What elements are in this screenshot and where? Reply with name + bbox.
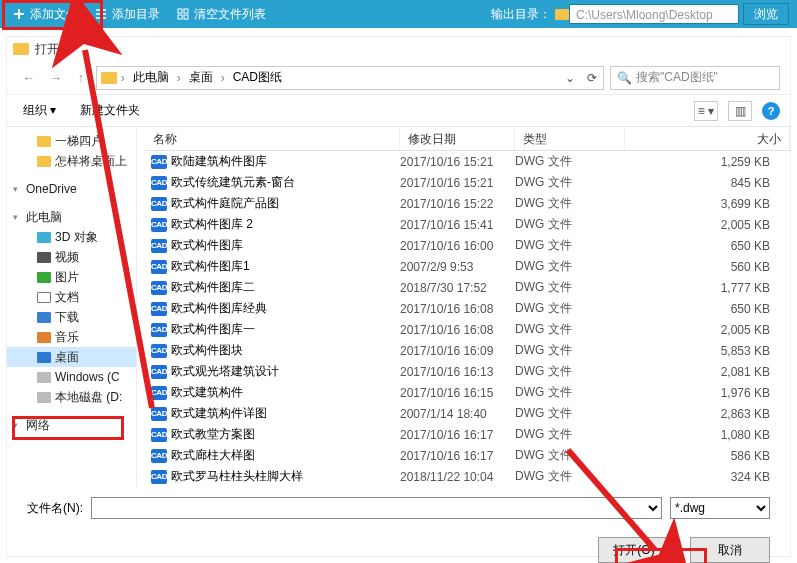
column-header-type[interactable]: 类型 bbox=[515, 127, 625, 150]
file-name: 欧式构件图块 bbox=[171, 342, 243, 359]
preview-pane-button[interactable]: ▥ bbox=[728, 101, 752, 121]
crumb-folder[interactable]: CAD图纸 bbox=[229, 69, 286, 86]
add-file-label: 添加文件 bbox=[30, 6, 78, 23]
file-type: DWG 文件 bbox=[515, 237, 625, 254]
file-row[interactable]: CAD欧式建筑构件详图2007/1/14 18:40DWG 文件2,863 KB bbox=[145, 403, 790, 424]
file-row[interactable]: CAD欧陆建筑构件图库2017/10/16 15:21DWG 文件1,259 K… bbox=[145, 151, 790, 172]
file-date: 2017/10/16 16:15 bbox=[400, 386, 515, 400]
file-name: 欧式建筑构件详图 bbox=[171, 405, 267, 422]
disk-icon bbox=[37, 392, 51, 403]
file-type: DWG 文件 bbox=[515, 300, 625, 317]
view-mode-button[interactable]: ≡ ▾ bbox=[694, 101, 718, 121]
organize-dropdown[interactable]: 组织 ▾ bbox=[17, 98, 62, 123]
crumb-this-pc[interactable]: 此电脑 bbox=[129, 69, 173, 86]
file-name: 欧式构件图库1 bbox=[171, 258, 250, 275]
file-row[interactable]: CAD欧式观光塔建筑设计2017/10/16 16:13DWG 文件2,081 … bbox=[145, 361, 790, 382]
file-type: DWG 文件 bbox=[515, 195, 625, 212]
file-row[interactable]: CAD欧式传统建筑元素-窗台2017/10/16 15:21DWG 文件845 … bbox=[145, 172, 790, 193]
file-name: 欧式建筑构件 bbox=[171, 384, 243, 401]
file-date: 2017/10/16 16:17 bbox=[400, 428, 515, 442]
file-date: 2017/10/16 15:22 bbox=[400, 197, 515, 211]
outdir-path-field[interactable]: C:\Users\Mloong\Desktop bbox=[569, 4, 739, 24]
file-name: 欧式教堂方案图 bbox=[171, 426, 255, 443]
sidebar-splitter[interactable] bbox=[137, 127, 145, 487]
file-row[interactable]: CAD欧式廊柱大样图2017/10/16 16:17DWG 文件586 KB bbox=[145, 445, 790, 466]
file-row[interactable]: CAD欧式构件庭院产品图2017/10/16 15:22DWG 文件3,699 … bbox=[145, 193, 790, 214]
file-size: 2,081 KB bbox=[625, 365, 790, 379]
sidebar-item-doc[interactable]: 文档 bbox=[7, 287, 136, 307]
sidebar-item-onedrive[interactable]: OneDrive bbox=[7, 179, 136, 199]
sidebar-item-blue3d[interactable]: 3D 对象 bbox=[7, 227, 136, 247]
file-row[interactable]: CAD欧式构件图库经典2017/10/16 16:08DWG 文件650 KB bbox=[145, 298, 790, 319]
sidebar-item-dl[interactable]: 下载 bbox=[7, 307, 136, 327]
search-icon: 🔍 bbox=[617, 71, 632, 85]
nav-back-button[interactable]: ← bbox=[17, 67, 41, 89]
nav-forward-button[interactable]: → bbox=[44, 67, 68, 89]
file-size: 2,005 KB bbox=[625, 323, 790, 337]
sidebar-tree: 一梯四户 怎样将桌面上 OneDrive 此电脑 3D 对象视频图片文档下载音乐… bbox=[7, 127, 137, 487]
column-header-date[interactable]: 修改日期 bbox=[400, 127, 515, 150]
cad-file-icon: CAD bbox=[151, 260, 167, 274]
dialog-title: 打开 bbox=[35, 41, 59, 58]
sidebar-item-disk[interactable]: Windows (C bbox=[7, 367, 136, 387]
file-date: 2017/10/16 16:08 bbox=[400, 323, 515, 337]
sidebar-item-network[interactable]: 网络 bbox=[7, 415, 136, 435]
file-type: DWG 文件 bbox=[515, 384, 625, 401]
column-header-size[interactable]: 大小 bbox=[625, 127, 790, 150]
file-type-filter[interactable]: *.dwg bbox=[670, 497, 770, 519]
cancel-button[interactable]: 取消 bbox=[690, 537, 770, 563]
sidebar-item-pic[interactable]: 图片 bbox=[7, 267, 136, 287]
open-button[interactable]: 打开(O) bbox=[598, 537, 678, 563]
refresh-button[interactable]: ⟳ bbox=[581, 71, 603, 85]
sidebar-item-video[interactable]: 视频 bbox=[7, 247, 136, 267]
file-size: 2,005 KB bbox=[625, 218, 790, 232]
file-row[interactable]: CAD欧式构件图块2017/10/16 16:09DWG 文件5,853 KB bbox=[145, 340, 790, 361]
file-date: 2018/11/22 10:04 bbox=[400, 470, 515, 484]
file-type: DWG 文件 bbox=[515, 216, 625, 233]
browse-button[interactable]: 浏览 bbox=[743, 3, 789, 25]
cad-file-icon: CAD bbox=[151, 281, 167, 295]
file-size: 324 KB bbox=[625, 470, 790, 484]
file-size: 1,259 KB bbox=[625, 155, 790, 169]
search-input[interactable]: 🔍 搜索"CAD图纸" bbox=[610, 66, 780, 90]
file-row[interactable]: CAD欧式构件图库2017/10/16 16:00DWG 文件650 KB bbox=[145, 235, 790, 256]
file-name: 欧式构件图库 bbox=[171, 237, 243, 254]
sidebar-item-recent[interactable]: 怎样将桌面上 bbox=[7, 151, 136, 171]
cad-file-icon: CAD bbox=[151, 428, 167, 442]
file-type: DWG 文件 bbox=[515, 468, 625, 485]
file-row[interactable]: CAD欧式罗马柱柱头柱脚大样2018/11/22 10:04DWG 文件324 … bbox=[145, 466, 790, 487]
pic-icon bbox=[37, 272, 51, 283]
sidebar-item-disk[interactable]: 本地磁盘 (D: bbox=[7, 387, 136, 407]
file-size: 650 KB bbox=[625, 239, 790, 253]
column-header-name[interactable]: 名称 bbox=[145, 127, 400, 150]
path-dropdown-button[interactable]: ⌄ bbox=[559, 71, 581, 85]
file-row[interactable]: CAD欧式构件图库 22017/10/16 15:41DWG 文件2,005 K… bbox=[145, 214, 790, 235]
file-size: 3,699 KB bbox=[625, 197, 790, 211]
file-date: 2017/10/16 15:21 bbox=[400, 155, 515, 169]
sidebar-item-recent[interactable]: 一梯四户 bbox=[7, 131, 136, 151]
file-name: 欧式观光塔建筑设计 bbox=[171, 363, 279, 380]
nav-up-button[interactable]: ↑ bbox=[72, 67, 90, 89]
add-file-button[interactable]: 添加文件 bbox=[4, 0, 86, 28]
file-row[interactable]: CAD欧式构件图库二2018/7/30 17:52DWG 文件1,777 KB bbox=[145, 277, 790, 298]
file-row[interactable]: CAD欧式构件图库一2017/10/16 16:08DWG 文件2,005 KB bbox=[145, 319, 790, 340]
add-dir-button[interactable]: 添加目录 bbox=[86, 0, 168, 28]
filename-input[interactable] bbox=[91, 497, 662, 519]
help-button[interactable]: ? bbox=[762, 102, 780, 120]
breadcrumb-bar[interactable]: › 此电脑 › 桌面 › CAD图纸 ⌄ ⟳ bbox=[96, 66, 604, 90]
cad-file-icon: CAD bbox=[151, 365, 167, 379]
crumb-desktop[interactable]: 桌面 bbox=[185, 69, 217, 86]
file-size: 1,080 KB bbox=[625, 428, 790, 442]
sidebar-item-desk[interactable]: 桌面 bbox=[7, 347, 136, 367]
file-row[interactable]: CAD欧式教堂方案图2017/10/16 16:17DWG 文件1,080 KB bbox=[145, 424, 790, 445]
file-row[interactable]: CAD欧式构件图库12007/2/9 9:53DWG 文件560 KB bbox=[145, 256, 790, 277]
file-row[interactable]: CAD欧式建筑构件2017/10/16 16:15DWG 文件1,976 KB bbox=[145, 382, 790, 403]
sidebar-item-this-pc[interactable]: 此电脑 bbox=[7, 207, 136, 227]
new-folder-button[interactable]: 新建文件夹 bbox=[74, 98, 146, 123]
clear-list-button[interactable]: 清空文件列表 bbox=[168, 0, 274, 28]
file-date: 2017/10/16 15:41 bbox=[400, 218, 515, 232]
file-date: 2017/10/16 16:08 bbox=[400, 302, 515, 316]
file-date: 2007/1/14 18:40 bbox=[400, 407, 515, 421]
sidebar-item-music[interactable]: 音乐 bbox=[7, 327, 136, 347]
cad-file-icon: CAD bbox=[151, 197, 167, 211]
